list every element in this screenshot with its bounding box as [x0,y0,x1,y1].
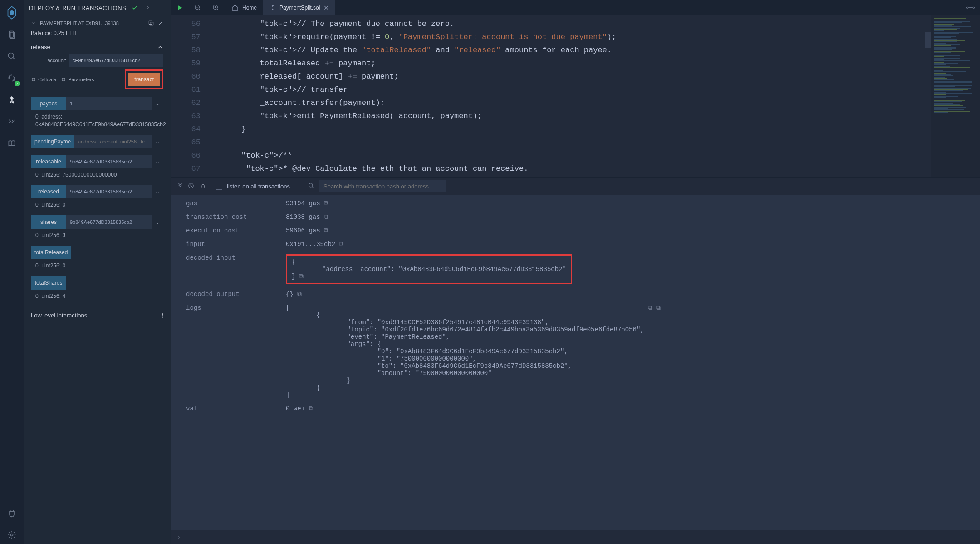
svg-rect-8 [149,21,152,24]
info-icon[interactable]: i [162,312,163,320]
chevron-up-icon[interactable] [157,44,163,50]
calldata-button[interactable]: Calldata [31,77,56,82]
scrollbar[interactable] [925,32,931,48]
collapse-icon[interactable] [177,183,183,190]
copy-icon[interactable]: ⧉ [324,227,328,234]
settings-icon[interactable] [3,526,21,544]
copy-icon[interactable]: ⧉ [309,405,313,412]
payees-result: 0: address: 0xAb8483F64d9C6d1EcF9b849Ae6… [35,113,163,129]
execcost-key: execution cost [186,227,286,234]
release-fn-label: release [31,44,50,50]
svg-point-3 [9,53,14,59]
totalreleased-result: 0: uint256: 0 [35,262,163,270]
transact-button[interactable]: transact [128,73,160,86]
releasable-result: 0: uint256: 750000000000000000 [35,171,163,179]
clear-icon[interactable] [188,183,194,190]
svg-point-24 [309,183,313,187]
shares-result: 0: uint256: 3 [35,232,163,239]
tab-file[interactable]: PaymentSplit.sol ✕ [263,0,335,15]
remix-logo [3,4,21,22]
copy-icon[interactable] [148,20,154,26]
tx-count: 0 [201,183,205,190]
chevron-down-icon[interactable]: ⌄ [152,135,163,148]
chevron-down-icon[interactable]: ⌄ [152,155,163,168]
released-input[interactable] [66,185,152,198]
shares-input[interactable] [66,215,152,229]
compiler-icon[interactable]: ✓ [3,69,21,87]
parameters-button[interactable]: Parameters [61,77,94,82]
txcost-val: 81038 gas [286,213,320,221]
svg-rect-12 [62,78,65,81]
low-level-label: Low level interactions [31,312,87,319]
shares-button[interactable]: shares [31,215,66,229]
payees-input[interactable] [66,97,152,110]
decodedoutput-key: decoded output [186,291,286,298]
chevron-right-icon [176,534,181,540]
expand-icon[interactable] [966,5,975,10]
topbar: Home PaymentSplit.sol ✕ [171,0,980,15]
copy-icon[interactable]: ⧉ [339,241,343,248]
released-button[interactable]: released [31,185,66,198]
chevron-down-icon[interactable]: ⌄ [152,97,163,110]
copy-icon[interactable]: ⧉ [324,213,328,221]
play-icon[interactable] [171,0,189,15]
svg-line-18 [217,9,218,10]
search-icon[interactable] [308,183,314,190]
svg-line-25 [312,186,314,188]
terminal-output[interactable]: gas93194 gas⧉ transaction cost81038 gas⧉… [171,195,980,530]
iconbar: ✓ [0,0,24,544]
account-input[interactable] [69,54,163,67]
deploy-icon[interactable] [3,91,21,109]
zoom-in-icon[interactable] [207,0,225,15]
panel-header: DEPLOY & RUN TRANSACTIONS [24,0,171,15]
chevron-down-icon[interactable] [31,20,36,26]
payees-button[interactable]: payees [31,97,66,110]
terminal-prompt-bar[interactable] [171,530,980,544]
tab-close-icon[interactable]: ✕ [323,4,329,11]
code-editor[interactable]: 565758596061626364656667 "tok-c">// The … [171,15,980,177]
totalreleased-button[interactable]: totalReleased [31,246,71,259]
zoom-out-icon[interactable] [189,0,207,15]
val-val: 0 wei [286,405,305,412]
tx-search-input[interactable] [319,180,446,192]
releasable-input[interactable] [66,155,152,168]
minimap[interactable] [931,15,980,177]
chevron-down-icon[interactable]: ⌄ [152,215,163,229]
code-content[interactable]: "tok-c">// The payment due cannot be zer… [207,15,931,177]
txcost-key: transaction cost [186,213,286,221]
input-val: 0x191...35cb2 [286,241,335,248]
gas-val: 93194 gas [286,200,320,207]
logs-key: logs [186,304,286,312]
listen-label: listen on all transactions [227,183,290,190]
copy-icon[interactable]: ⧉ [297,291,302,298]
side-panel: DEPLOY & RUN TRANSACTIONS PAYMENTSPLIT A… [24,0,171,544]
totalshares-result: 0: uint256: 4 [35,292,163,300]
totalshares-button[interactable]: totalShares [31,276,66,290]
copy-icon[interactable]: ⧉ [648,304,652,312]
search-icon[interactable] [3,47,21,65]
pendingpayment-button[interactable]: pendingPayme [31,135,74,148]
svg-point-0 [10,10,14,15]
book-icon[interactable] [3,134,21,153]
execcost-val: 59606 gas [286,227,320,234]
copy-icon[interactable]: ⧉ [299,273,304,280]
chevron-right-icon[interactable] [145,5,151,10]
transact-highlight: transact [125,69,163,89]
file-explorer-icon[interactable] [3,25,21,44]
releasable-button[interactable]: releasable [31,155,66,168]
copy-icon[interactable]: ⧉ [656,304,661,312]
close-icon[interactable] [158,20,163,26]
copy-icon[interactable]: ⧉ [324,200,328,207]
chevron-down-icon[interactable]: ⌄ [152,185,163,198]
svg-rect-7 [150,22,153,25]
solidity-icon [270,5,276,11]
main-area: Home PaymentSplit.sol ✕ 5657585960616263… [171,0,980,544]
input-key: input [186,241,286,248]
debugger-icon[interactable] [3,113,21,131]
listen-checkbox[interactable] [216,183,222,190]
tab-home[interactable]: Home [225,0,263,15]
plugin-icon[interactable] [3,504,21,522]
svg-line-23 [190,184,192,187]
pendingpayment-input[interactable] [74,135,152,148]
svg-point-6 [11,534,13,536]
